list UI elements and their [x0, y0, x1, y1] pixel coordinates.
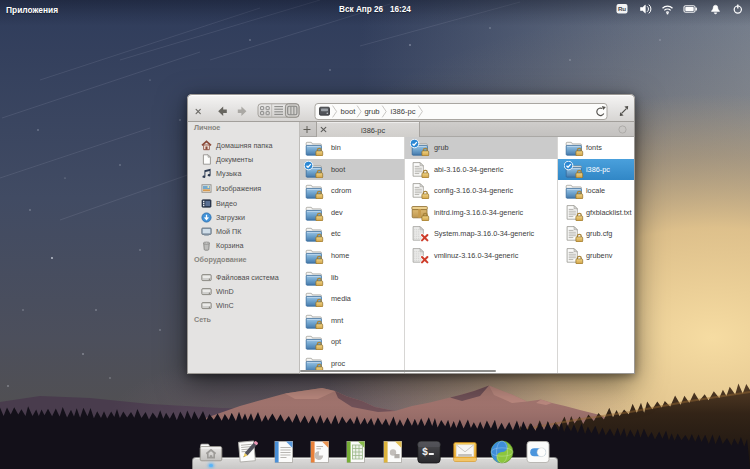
svg-text:i386-pc: i386-pc	[391, 107, 416, 116]
svg-text:grub: grub	[364, 107, 379, 116]
svg-text:Ru: Ru	[618, 5, 626, 12]
svg-text:boot: boot	[341, 107, 357, 116]
svg-text:$: $	[422, 447, 428, 458]
svg-text:i386-pc: i386-pc	[361, 126, 386, 135]
